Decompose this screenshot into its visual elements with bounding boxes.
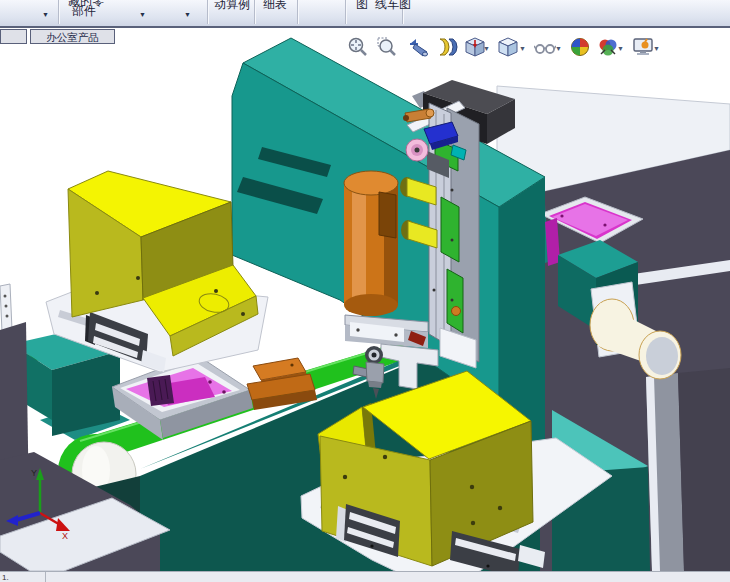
previous-view-icon[interactable] [407,36,429,58]
triad-y-label: Y [31,468,37,478]
toolbar-separator [254,0,255,24]
toolbar-separator [58,0,59,24]
line-diagram-button[interactable]: 线车图 [375,0,411,13]
display-style-icon[interactable] [497,36,519,58]
view-button[interactable]: 图 [356,0,368,13]
dropdown-arrow-icon[interactable]: ▼ [555,45,562,52]
dropdown-arrow-icon[interactable]: ▼ [483,45,490,52]
model-viewport[interactable]: Y X [0,26,730,573]
view-settings-icon[interactable] [632,36,654,58]
edit-appearance-icon[interactable] [569,36,591,58]
top-toolbar: 藏的零 部件 动算例 细表 图 线车图 ▼ ▼ ▼ [0,0,730,28]
toolbar-separator [345,0,346,24]
bom-button[interactable]: 细表 [263,0,287,13]
triad-x-label: X [62,531,68,541]
dropdown-arrow-icon[interactable]: ▼ [42,11,49,18]
dropdown-arrow-icon[interactable]: ▼ [139,11,146,18]
dropdown-arrow-icon[interactable]: ▼ [184,11,191,18]
components-button-line2[interactable]: 部件 [72,3,96,20]
zoom-to-fit-icon[interactable] [347,36,369,58]
apply-scene-icon[interactable] [597,36,619,58]
sheet-tab[interactable]: 1. [2,573,9,582]
orange-cylinder[interactable] [344,171,398,316]
dropdown-arrow-icon[interactable]: ▼ [653,45,660,52]
dropdown-arrow-icon[interactable]: ▼ [617,45,624,52]
motion-study-button[interactable]: 动算例 [214,0,250,13]
section-view-icon[interactable] [436,36,458,58]
toolbar-separator [297,0,298,24]
zoom-to-area-icon[interactable] [376,36,398,58]
status-bar: 1. [0,571,730,582]
status-divider [45,572,46,582]
toolbar-separator [207,0,208,24]
solidworks-window: 藏的零 部件 动算例 细表 图 线车图 ▼ ▼ ▼ 办公室产品 [0,0,730,582]
dropdown-arrow-icon[interactable]: ▼ [519,45,526,52]
hide-show-items-icon[interactable] [534,36,556,58]
